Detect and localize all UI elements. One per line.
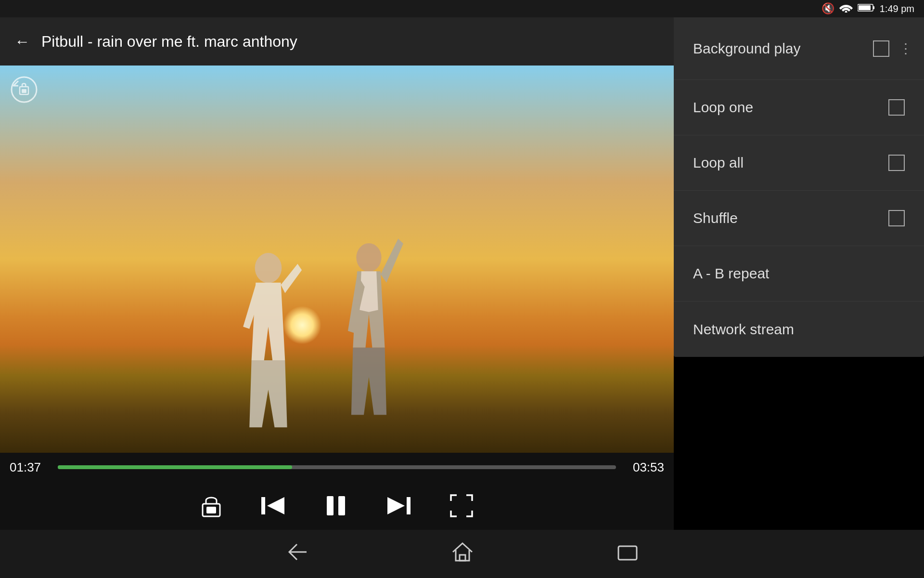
menu-item-network-stream[interactable]: Network stream [674, 302, 924, 357]
menu-item-shuffle[interactable]: Shuffle [674, 191, 924, 246]
total-time: 03:53 [626, 460, 664, 475]
home-nav-button[interactable] [452, 542, 473, 566]
svg-point-5 [356, 243, 381, 272]
recents-nav-button[interactable] [617, 543, 638, 565]
svg-point-4 [255, 253, 282, 283]
background-play-checkbox[interactable] [873, 40, 889, 57]
progress-fill [58, 465, 292, 469]
progress-track[interactable] [58, 465, 616, 469]
prev-button[interactable] [260, 495, 285, 516]
menu-item-loop-one[interactable]: Loop one [674, 80, 924, 135]
back-button[interactable]: ← [14, 33, 30, 51]
svg-marker-11 [267, 497, 284, 514]
svg-rect-16 [407, 497, 411, 514]
navigation-bar [0, 530, 924, 578]
svg-rect-14 [338, 496, 345, 515]
video-title: Pitbull - rain over me ft. marc anthony [41, 33, 297, 51]
battery-icon [858, 3, 875, 14]
menu-item-loop-all[interactable]: Loop all [674, 135, 924, 191]
overflow-menu: Background play ⋮ Loop one Loop all Shuf… [674, 17, 924, 357]
loop-one-label: Loop one [693, 99, 753, 116]
background-play-label: Background play [693, 40, 800, 57]
shuffle-label: Shuffle [693, 210, 738, 226]
loop-one-checkbox[interactable] [888, 99, 905, 116]
video-player[interactable] [0, 66, 674, 453]
menu-item-ab-repeat[interactable]: A - B repeat [674, 246, 924, 302]
sun-decoration [283, 306, 321, 344]
shuffle-checkbox[interactable] [888, 210, 905, 226]
menu-item-background-play[interactable]: Background play ⋮ [674, 17, 924, 80]
svg-rect-13 [327, 496, 334, 515]
rotation-lock-icon[interactable] [10, 75, 38, 104]
ab-repeat-label: A - B repeat [693, 265, 769, 282]
wifi-icon [839, 2, 853, 15]
svg-rect-2 [873, 6, 874, 9]
svg-rect-10 [206, 507, 216, 513]
loop-all-checkbox[interactable] [888, 155, 905, 171]
next-button[interactable] [386, 495, 411, 516]
svg-rect-19 [618, 546, 637, 560]
svg-rect-18 [460, 555, 465, 561]
progress-bar-area: 01:37 03:53 [0, 453, 674, 482]
clock: 1:49 pm [880, 3, 914, 14]
network-stream-label: Network stream [693, 321, 794, 338]
current-time: 01:37 [10, 460, 48, 475]
status-bar: 🔇 1:49 pm [0, 0, 924, 17]
svg-rect-8 [22, 89, 26, 93]
lock-button[interactable] [201, 493, 222, 518]
more-options-icon[interactable]: ⋮ [895, 37, 916, 60]
svg-point-0 [845, 11, 847, 13]
svg-rect-3 [859, 5, 871, 10]
playback-controls [0, 482, 674, 530]
fullscreen-button[interactable] [450, 494, 473, 517]
loop-all-label: Loop all [693, 155, 744, 171]
back-nav-button[interactable] [286, 543, 308, 565]
video-frame [0, 66, 674, 453]
svg-marker-15 [387, 497, 405, 514]
mute-icon: 🔇 [821, 2, 834, 15]
svg-rect-12 [261, 497, 265, 514]
pause-button[interactable] [324, 494, 348, 518]
